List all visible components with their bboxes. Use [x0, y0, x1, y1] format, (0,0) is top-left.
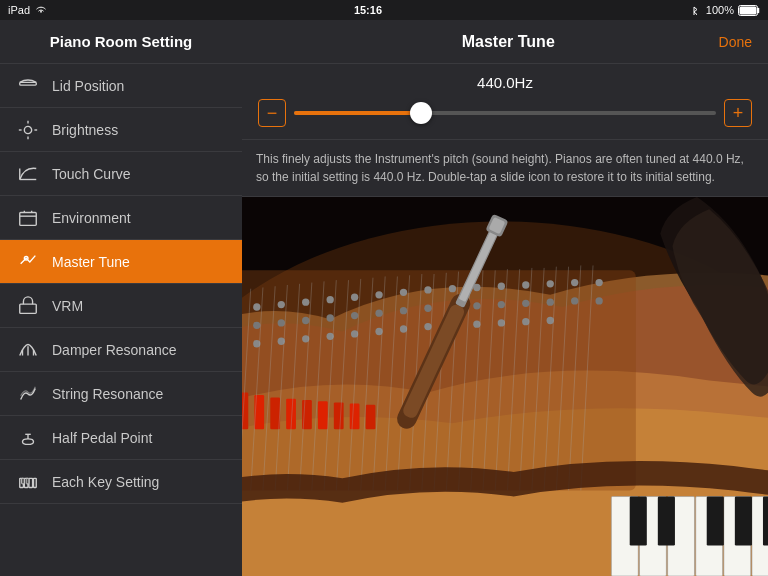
- svg-rect-71: [270, 398, 280, 430]
- slider-thumb[interactable]: [410, 102, 432, 124]
- sidebar-item-vrm[interactable]: VRM: [0, 284, 242, 328]
- each-key-icon: [16, 470, 40, 494]
- damper-resonance-icon: [16, 338, 40, 362]
- svg-rect-2: [20, 82, 37, 85]
- svg-rect-20: [34, 478, 37, 487]
- brightness-label: Brightness: [52, 122, 118, 138]
- svg-point-68: [547, 317, 554, 324]
- svg-point-37: [522, 281, 529, 288]
- svg-point-27: [278, 301, 285, 308]
- svg-rect-124: [735, 497, 752, 546]
- svg-point-29: [327, 296, 334, 303]
- svg-point-39: [571, 279, 578, 286]
- svg-rect-12: [20, 304, 37, 313]
- svg-point-63: [424, 323, 431, 330]
- sidebar-item-string-resonance[interactable]: String Resonance: [0, 372, 242, 416]
- status-right: 100%: [688, 4, 760, 16]
- svg-point-50: [473, 302, 480, 309]
- sidebar-item-brightness[interactable]: Brightness: [0, 108, 242, 152]
- svg-point-44: [327, 314, 334, 321]
- slider-track[interactable]: [294, 111, 716, 115]
- battery-icon: [738, 5, 760, 16]
- svg-point-67: [522, 318, 529, 325]
- svg-point-51: [498, 301, 505, 308]
- svg-point-28: [302, 298, 309, 305]
- description-text: This finely adjusts the Instrument's pit…: [242, 140, 768, 197]
- increment-button[interactable]: +: [724, 99, 752, 127]
- half-pedal-icon: [16, 426, 40, 450]
- tuner-section: 440.0Hz − +: [242, 64, 768, 140]
- battery-label: 100%: [706, 4, 734, 16]
- slider-fill: [294, 111, 421, 115]
- sidebar-item-lid-position[interactable]: Lid Position: [0, 64, 242, 108]
- master-tune-icon: [16, 250, 40, 274]
- vrm-icon: [16, 294, 40, 318]
- svg-point-53: [547, 298, 554, 305]
- svg-point-43: [302, 317, 309, 324]
- main-content: Master Tune Done 440.0Hz − + This finely…: [242, 20, 768, 576]
- done-button[interactable]: Done: [719, 34, 752, 50]
- svg-rect-74: [318, 401, 328, 429]
- app-container: Piano Room Setting Lid Position Brightne…: [0, 20, 768, 576]
- wifi-icon: [34, 5, 48, 15]
- svg-point-52: [522, 300, 529, 307]
- svg-point-62: [400, 325, 407, 332]
- status-left: iPad: [8, 4, 48, 16]
- sidebar-item-half-pedal-point[interactable]: Half Pedal Point: [0, 416, 242, 460]
- svg-point-16: [23, 438, 34, 444]
- svg-rect-121: [630, 497, 647, 546]
- svg-rect-22: [26, 478, 29, 484]
- piano-image: [242, 197, 768, 576]
- each-key-setting-label: Each Key Setting: [52, 474, 159, 490]
- svg-rect-21: [22, 478, 25, 484]
- svg-point-31: [375, 291, 382, 298]
- sidebar-item-master-tune[interactable]: Master Tune: [0, 240, 242, 284]
- touch-curve-icon: [16, 162, 40, 186]
- svg-point-54: [571, 297, 578, 304]
- sidebar-item-each-key-setting[interactable]: Each Key Setting: [0, 460, 242, 504]
- sidebar-item-environment[interactable]: Environment: [0, 196, 242, 240]
- svg-point-3: [24, 126, 31, 133]
- status-time: 15:16: [354, 4, 382, 16]
- svg-point-66: [498, 319, 505, 326]
- master-tune-label: Master Tune: [52, 254, 130, 270]
- svg-point-36: [498, 283, 505, 290]
- string-resonance-icon: [16, 382, 40, 406]
- svg-point-32: [400, 289, 407, 296]
- svg-point-46: [375, 309, 382, 316]
- string-resonance-label: String Resonance: [52, 386, 163, 402]
- svg-rect-123: [707, 497, 724, 546]
- svg-point-42: [278, 319, 285, 326]
- vrm-label: VRM: [52, 298, 83, 314]
- main-header: Master Tune Done: [242, 20, 768, 64]
- svg-rect-10: [20, 212, 37, 225]
- svg-point-47: [400, 307, 407, 314]
- svg-rect-1: [740, 6, 757, 14]
- sidebar-item-touch-curve[interactable]: Touch Curve: [0, 152, 242, 196]
- svg-rect-19: [29, 478, 33, 487]
- svg-rect-77: [366, 405, 376, 429]
- status-bar: iPad 15:16 100%: [0, 0, 768, 20]
- ipad-label: iPad: [8, 4, 30, 16]
- svg-rect-69: [242, 393, 248, 430]
- svg-point-30: [351, 294, 358, 301]
- environment-label: Environment: [52, 210, 131, 226]
- svg-rect-125: [763, 497, 768, 546]
- half-pedal-point-label: Half Pedal Point: [52, 430, 152, 446]
- sidebar-item-damper-resonance[interactable]: Damper Resonance: [0, 328, 242, 372]
- sidebar: Piano Room Setting Lid Position Brightne…: [0, 20, 242, 576]
- slider-row: − +: [258, 99, 752, 127]
- svg-point-33: [424, 286, 431, 293]
- svg-point-34: [449, 285, 456, 292]
- svg-point-26: [253, 303, 260, 310]
- sidebar-title: Piano Room Setting: [0, 20, 242, 64]
- piano-keyboard: [611, 497, 768, 576]
- svg-rect-76: [350, 404, 360, 430]
- piano-svg: [242, 197, 768, 576]
- damper-resonance-label: Damper Resonance: [52, 342, 177, 358]
- tuner-value: 440.0Hz: [258, 74, 752, 91]
- brightness-icon: [16, 118, 40, 142]
- svg-point-48: [424, 305, 431, 312]
- decrement-button[interactable]: −: [258, 99, 286, 127]
- svg-point-45: [351, 312, 358, 319]
